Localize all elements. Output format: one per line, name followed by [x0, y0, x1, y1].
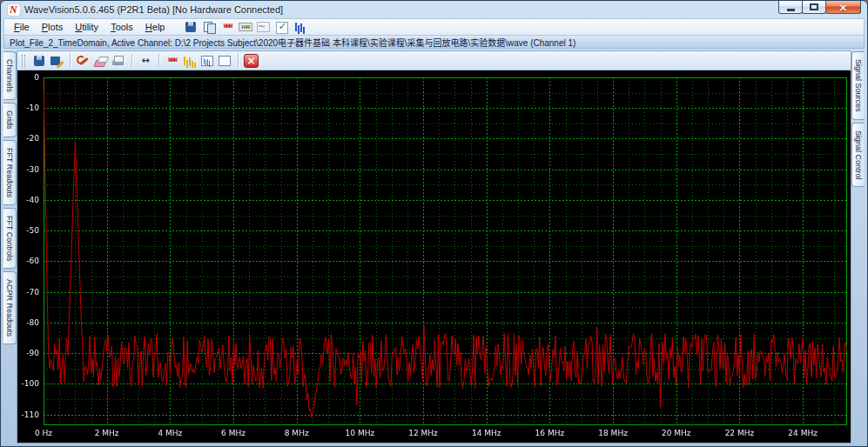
y-axis-tick-label: 0 [17, 73, 39, 82]
active-channel-text: Plot_File_2_TimeDomain, Active Channel: … [10, 36, 575, 49]
x-axis-tick-label: 2 MHz [86, 429, 128, 437]
x-axis-tick-label: 22 MHz [718, 429, 760, 437]
title-bar[interactable]: WaveVision5.0.6.465 (P2R1 Beta) [No Hard… [3, 1, 865, 18]
save-file-icon[interactable] [183, 20, 198, 34]
x-axis-tick-label: 18 MHz [592, 429, 634, 437]
wavevision-logo-icon [8, 4, 20, 16]
minimize-icon [787, 9, 795, 11]
export-data-icon[interactable] [201, 20, 217, 34]
close-plot-button[interactable] [244, 54, 259, 68]
capture-waveform-icon[interactable] [219, 20, 235, 34]
spectrum-analysis-icon[interactable] [293, 20, 308, 34]
y-axis-tick-label: -110 [17, 410, 39, 419]
menu-utility[interactable]: Utility [69, 20, 104, 34]
y-axis-tick-label: -40 [17, 196, 39, 204]
time-domain-view-icon[interactable] [165, 54, 180, 68]
menu-tools[interactable]: Tools [104, 20, 139, 34]
main-area: ChannelsGridsFFT ReadoutsFFT ControlsACP… [3, 50, 865, 444]
fft-view-icon[interactable] [182, 54, 198, 68]
wave-device-icon[interactable] [256, 20, 272, 34]
menu-bar: FilePlotsUtilityToolsHelp [3, 18, 865, 36]
rescale-plot-icon[interactable] [138, 54, 153, 68]
y-axis-tick-label: -70 [17, 288, 39, 297]
y-axis-tick-label: -50 [17, 226, 39, 235]
x-axis-tick-label: 12 MHz [402, 429, 444, 437]
plot-toolbar [17, 51, 851, 70]
save-plot-as-icon[interactable] [49, 54, 64, 68]
x-axis-tick-label: 20 MHz [656, 429, 697, 437]
window-controls [779, 1, 861, 14]
save-plot-icon[interactable] [31, 54, 47, 68]
tab-channels[interactable]: Channels [3, 51, 17, 100]
toolbar-separator [131, 54, 132, 67]
x-axis-tick-label: 6 MHz [212, 429, 254, 437]
y-axis-tick-label: -80 [17, 318, 39, 327]
toolbar-separator [158, 54, 159, 67]
menu-plots[interactable]: Plots [36, 20, 69, 34]
close-button[interactable] [825, 1, 861, 14]
left-tab-strip: ChannelsGridsFFT ReadoutsFFT ControlsACP… [3, 50, 17, 444]
plot-area[interactable]: 0-10-20-30-40-50-60-70-80-90-100-1100 Hz… [17, 70, 851, 443]
fft-plot-canvas[interactable] [17, 70, 851, 443]
close-icon [826, 0, 860, 15]
toolbar-grip[interactable] [22, 55, 25, 67]
window-title: WaveVision5.0.6.465 (P2R1 Beta) [No Hard… [24, 4, 283, 15]
y-axis-tick-label: -60 [17, 257, 39, 265]
plot-panel: 0-10-20-30-40-50-60-70-80-90-100-1100 Hz… [17, 50, 851, 444]
hardware-status-icon[interactable] [238, 20, 253, 34]
x-axis-tick-label: 16 MHz [528, 429, 570, 437]
tab-signal-sources[interactable]: Signal Sources [851, 51, 865, 120]
maximize-button[interactable] [802, 1, 826, 14]
tab-acpr-readouts[interactable]: ACPR Readouts [3, 271, 17, 344]
verify-capture-icon[interactable] [274, 20, 290, 34]
main-toolbar [183, 20, 308, 34]
marker-tool-icon[interactable] [76, 54, 91, 68]
toolbar-separator [238, 54, 239, 67]
x-axis-tick-label: 8 MHz [276, 429, 318, 437]
right-tab-strip: Signal SourcesSignal Control [851, 50, 865, 444]
y-axis-tick-label: -30 [17, 165, 39, 174]
menu-file[interactable]: File [8, 20, 36, 34]
tab-fft-readouts[interactable]: FFT Readouts [3, 140, 17, 205]
toolbar-separator [70, 54, 71, 67]
y-axis-tick-label: -90 [17, 349, 39, 357]
menu-help[interactable]: Help [139, 20, 172, 34]
print-plot-icon[interactable] [111, 54, 126, 68]
maximize-icon [810, 3, 818, 10]
app-window: WaveVision5.0.6.465 (P2R1 Beta) [No Hard… [0, 0, 868, 447]
tab-fft-controls[interactable]: FFT Controls [3, 208, 17, 269]
active-channel-bar: Plot_File_2_TimeDomain, Active Channel: … [3, 36, 865, 49]
fft-alt-view-icon[interactable] [199, 54, 215, 68]
blank-view-icon[interactable] [217, 54, 232, 68]
x-axis-tick-label: 0 Hz [23, 429, 64, 437]
clear-plot-icon[interactable] [93, 54, 109, 68]
tab-grids[interactable]: Grids [3, 103, 17, 137]
x-axis-tick-label: 24 MHz [782, 429, 824, 437]
tab-signal-control[interactable]: Signal Control [851, 123, 865, 188]
y-axis-tick-label: -20 [17, 134, 39, 143]
y-axis-tick-label: -100 [17, 379, 39, 388]
menu-list: FilePlotsUtilityToolsHelp [8, 20, 171, 34]
x-axis-tick-label: 10 MHz [339, 429, 380, 437]
minimize-button[interactable] [778, 1, 803, 14]
y-axis-tick-label: -10 [17, 103, 39, 112]
x-axis-tick-label: 14 MHz [466, 429, 508, 437]
x-axis-tick-label: 4 MHz [149, 429, 191, 437]
